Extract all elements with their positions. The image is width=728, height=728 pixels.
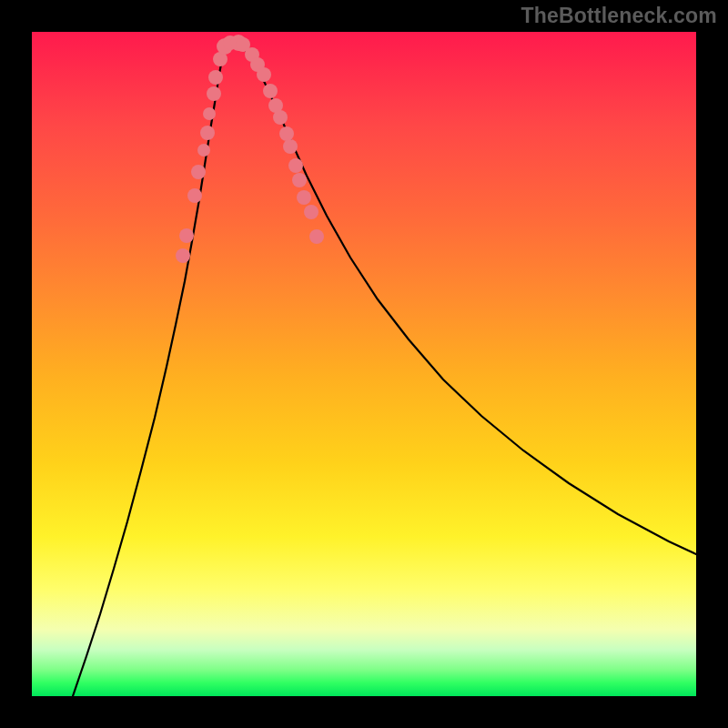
data-point (288, 158, 303, 173)
chart-frame: TheBottleneck.com (0, 0, 728, 728)
data-point (273, 110, 288, 125)
data-point (207, 86, 221, 101)
data-point (304, 205, 318, 219)
data-point (279, 126, 294, 141)
watermark-text: TheBottleneck.com (521, 4, 717, 28)
data-point (283, 139, 298, 154)
data-point (191, 165, 206, 179)
data-point (200, 126, 215, 140)
curve-right (226, 41, 696, 554)
data-point (309, 229, 324, 244)
data-points (176, 35, 324, 263)
data-point (187, 188, 202, 203)
data-point (208, 70, 223, 85)
data-point (179, 228, 194, 243)
curve-left (73, 44, 226, 696)
data-point (203, 107, 216, 120)
data-point (292, 173, 307, 187)
chart-overlay (32, 32, 696, 696)
data-point (197, 144, 210, 157)
data-point (257, 67, 271, 82)
data-point (297, 190, 311, 205)
data-point (176, 248, 190, 263)
data-point (263, 84, 278, 98)
